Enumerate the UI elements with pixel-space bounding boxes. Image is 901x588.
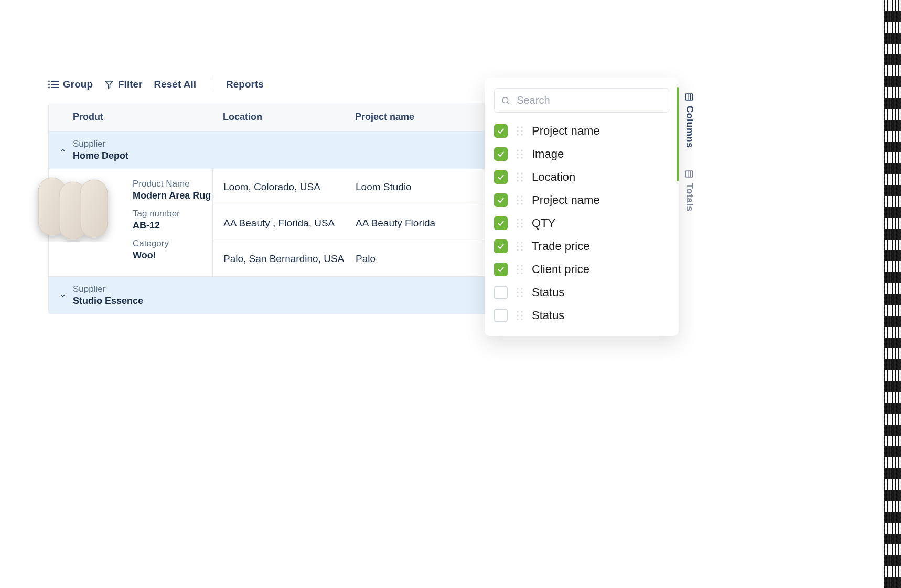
svg-point-20 (517, 157, 518, 158)
svg-point-26 (517, 180, 518, 181)
svg-point-56 (517, 295, 518, 297)
tab-columns[interactable]: Columns (684, 92, 695, 148)
drag-handle-icon[interactable] (516, 264, 523, 275)
drag-handle-icon[interactable] (516, 126, 523, 136)
drag-handle-icon[interactable] (516, 149, 523, 159)
column-item[interactable]: Image (494, 147, 669, 161)
svg-point-19 (517, 153, 518, 155)
drag-handle-icon[interactable] (516, 195, 523, 205)
checkbox-on[interactable] (494, 124, 508, 138)
svg-point-47 (521, 249, 522, 251)
svg-point-45 (521, 242, 522, 243)
column-label: QTY (532, 216, 555, 230)
group-label: Group (63, 79, 93, 90)
svg-point-23 (521, 157, 522, 158)
group-row-home-depot[interactable]: Supplier Home Depot (49, 131, 549, 169)
column-item[interactable]: Project name (494, 124, 669, 138)
panel-tabs: Columns Totals (679, 78, 700, 336)
checkbox-on[interactable] (494, 170, 508, 184)
reset-all-button[interactable]: Reset All (154, 79, 196, 90)
value-tag: AB-12 (133, 220, 212, 231)
column-search[interactable] (494, 88, 669, 113)
group-text: Supplier Studio Essence (73, 284, 143, 307)
group-row-studio-essence[interactable]: Supplier Studio Essence (49, 276, 549, 314)
cell-location: AA Beauty , Florida, USA (213, 217, 345, 229)
list-icon (48, 80, 59, 89)
kv-product-name: Product Name Modern Area Rug (133, 179, 212, 201)
svg-point-30 (517, 195, 518, 197)
toolbar: Group Filter Reset All Reports (48, 78, 264, 91)
product-details: Product Name Modern Area Rug Tag number … (49, 169, 212, 276)
kv-category: Category Wool (133, 238, 212, 261)
columns-panel: Project name Image Location Project name (485, 78, 679, 336)
svg-rect-66 (685, 94, 693, 100)
column-label: Project name (532, 193, 600, 207)
svg-point-61 (517, 314, 518, 316)
drag-handle-icon[interactable] (516, 172, 523, 182)
svg-point-34 (521, 199, 522, 201)
svg-rect-69 (685, 171, 693, 177)
cell-project: AA Beauty Florida (345, 217, 458, 229)
drag-handle-icon[interactable] (516, 241, 523, 252)
chevron-up-icon (58, 147, 68, 154)
col-project[interactable]: Project name (345, 112, 458, 123)
app-canvas: Group Filter Reset All Reports Produt Lo… (0, 0, 901, 588)
tab-totals[interactable]: Totals (684, 169, 695, 212)
column-label: Project name (532, 124, 600, 138)
checkbox-on[interactable] (494, 193, 508, 207)
svg-point-29 (521, 180, 522, 181)
svg-point-13 (517, 130, 518, 132)
column-item[interactable]: Status (494, 309, 669, 322)
col-product[interactable]: Produt (49, 112, 212, 123)
svg-point-52 (521, 268, 522, 270)
svg-point-35 (521, 203, 522, 204)
search-input[interactable] (516, 94, 662, 107)
filter-label: Filter (118, 79, 142, 90)
column-item[interactable]: Client price (494, 263, 669, 276)
svg-point-12 (517, 126, 518, 128)
column-item[interactable]: Location (494, 170, 669, 184)
svg-point-27 (521, 172, 522, 174)
svg-point-63 (521, 311, 522, 312)
svg-point-49 (517, 268, 518, 270)
column-label: Location (532, 170, 575, 184)
checkbox-off[interactable] (494, 309, 508, 322)
checkbox-on[interactable] (494, 239, 508, 253)
drag-handle-icon[interactable] (516, 287, 523, 298)
svg-point-54 (517, 288, 518, 289)
checkbox-off[interactable] (494, 286, 508, 299)
value-product-name: Modern Area Rug (133, 190, 212, 201)
product-block: Product Name Modern Area Rug Tag number … (49, 169, 549, 276)
col-location[interactable]: Location (212, 112, 345, 123)
group-label: Supplier (73, 284, 143, 295)
drag-handle-icon[interactable] (516, 310, 523, 321)
column-item[interactable]: Status (494, 286, 669, 299)
cell-location: Loom, Colorado, USA (213, 181, 345, 193)
drag-handle-icon[interactable] (516, 218, 523, 228)
svg-point-21 (521, 149, 522, 151)
svg-point-36 (517, 219, 518, 220)
label-category: Category (133, 238, 212, 249)
group-name: Home Depot (73, 150, 128, 161)
svg-point-60 (517, 311, 518, 312)
tab-columns-label: Columns (684, 106, 695, 148)
checkbox-on[interactable] (494, 263, 508, 276)
svg-point-15 (521, 126, 522, 128)
svg-point-25 (517, 176, 518, 178)
column-item[interactable]: Trade price (494, 239, 669, 253)
filter-button[interactable]: Filter (104, 79, 142, 90)
column-item[interactable]: Project name (494, 193, 669, 207)
checkbox-on[interactable] (494, 147, 508, 161)
checkbox-on[interactable] (494, 216, 508, 230)
svg-point-41 (521, 226, 522, 227)
column-label: Image (532, 147, 564, 161)
search-icon (501, 95, 510, 106)
cell-location: Palo, San Bernardino, USA (213, 253, 345, 265)
reports-button[interactable]: Reports (226, 79, 264, 90)
svg-point-43 (517, 245, 518, 247)
group-label: Supplier (73, 139, 128, 149)
group-button[interactable]: Group (48, 79, 93, 90)
column-item[interactable]: QTY (494, 216, 669, 230)
svg-marker-6 (105, 81, 113, 89)
svg-point-32 (517, 203, 518, 204)
